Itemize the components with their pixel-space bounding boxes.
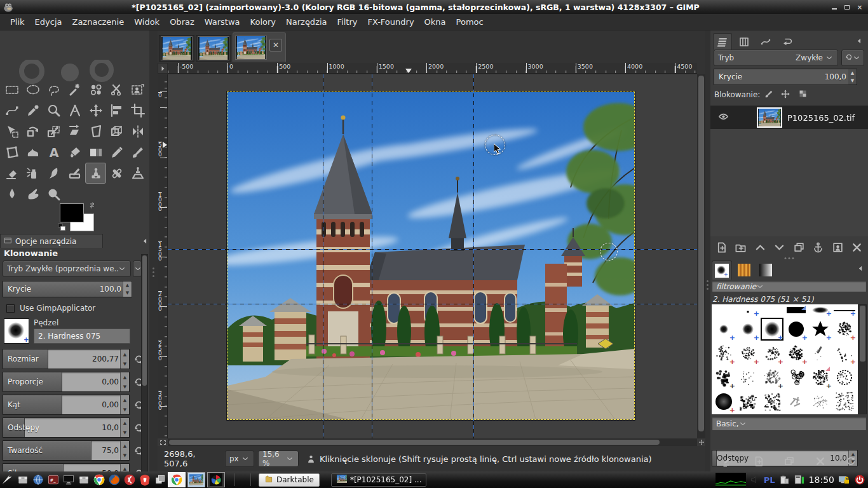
swap-colors-icon[interactable]	[89, 201, 98, 213]
tab-brushes[interactable]: +	[712, 261, 732, 280]
collapse-icon[interactable]	[857, 263, 865, 275]
tool-shear[interactable]	[64, 121, 85, 142]
guide-horizontal[interactable]	[168, 304, 697, 304]
brush-item[interactable]	[736, 365, 760, 390]
maximize-button[interactable]	[844, 4, 850, 10]
spinner-arrows[interactable]: ▲▼	[123, 281, 132, 297]
spinner-arrows[interactable]: ▲▼	[120, 418, 129, 437]
anchor-button[interactable]	[810, 240, 827, 255]
tool-move[interactable]	[85, 100, 106, 121]
tool-scissors-select[interactable]	[106, 79, 127, 100]
edit-brush-button[interactable]	[719, 454, 736, 469]
lock-screen-icon[interactable]	[838, 474, 850, 486]
brush-item[interactable]	[784, 365, 808, 390]
lock-move-icon[interactable]	[780, 89, 790, 102]
tool-rotate[interactable]	[22, 121, 43, 142]
layers-dialog-tab[interactable]	[713, 33, 732, 50]
tool-transform-3d[interactable]	[106, 121, 127, 142]
gimpapplicator-checkbox[interactable]	[6, 304, 15, 313]
brush-item[interactable]	[808, 390, 832, 414]
tool-pencil[interactable]	[106, 142, 127, 163]
tool-paths[interactable]	[1, 100, 22, 121]
history-dialog-tab[interactable]	[778, 35, 797, 49]
tool-mypaint-brush[interactable]	[64, 163, 85, 184]
image-viewport[interactable]	[168, 74, 697, 438]
brush-item[interactable]	[832, 390, 857, 414]
menu-item-edycja[interactable]: Edycja	[30, 15, 67, 29]
menu-item-plik[interactable]: Plik	[5, 15, 30, 29]
launcher-image-viewer[interactable]	[187, 472, 205, 487]
tool-select-by-color[interactable]	[85, 79, 106, 100]
paint-mode-select[interactable]: Tryb Zwykłe (poprzednia we...	[3, 261, 131, 277]
delete-x-button[interactable]	[812, 454, 829, 469]
dock-divider[interactable]	[705, 30, 710, 471]
tool-warp-transform[interactable]	[22, 142, 43, 163]
menu-item-narzędzia[interactable]: Narzędzia	[281, 15, 332, 29]
eye-icon[interactable]	[718, 111, 729, 125]
launcher-darktable[interactable]	[207, 472, 225, 487]
tool-foreground-select[interactable]	[127, 79, 148, 100]
arrow-logo-icon[interactable]	[0, 473, 15, 487]
chrome-icon[interactable]	[92, 473, 107, 487]
ruler-menu-button[interactable]	[158, 63, 168, 74]
menu-item-filtry[interactable]: Filtry	[332, 15, 363, 29]
paths-dialog-tab[interactable]	[756, 35, 775, 49]
menu-item-zaznaczenie[interactable]: Zaznaczenie	[67, 15, 129, 29]
new-group-button[interactable]	[733, 240, 749, 255]
tool-scale[interactable]	[43, 121, 64, 142]
brush-item[interactable]	[760, 390, 784, 414]
brush-item[interactable]: +	[808, 317, 832, 341]
tool-perspective[interactable]	[85, 121, 106, 142]
brush-item[interactable]: +	[832, 304, 857, 317]
horizontal-ruler[interactable]: -500050010001500200025003000350040004500	[168, 63, 697, 74]
menu-item-widok[interactable]: Widok	[129, 15, 165, 29]
titlebar[interactable]: *[P1025165_02] (zaimportowany)-3.0 (Kolo…	[0, 0, 868, 14]
system-monitor-icon[interactable]	[715, 473, 746, 487]
brush-grid[interactable]: ++++++++++++++++++	[712, 304, 858, 414]
tool-options-tab[interactable]: Opcje narzędzia	[0, 234, 103, 248]
tab-patterns[interactable]	[735, 262, 754, 278]
menu-item-pomoc[interactable]: Pomoc	[451, 15, 489, 29]
brush-item[interactable]: +	[832, 341, 857, 365]
brush-item[interactable]: +	[784, 317, 808, 341]
brush-grid-scrollbar[interactable]	[858, 304, 867, 414]
pc-green-icon[interactable]	[794, 474, 805, 485]
tool-heal[interactable]	[106, 163, 127, 184]
brush-preview[interactable]: +	[4, 318, 29, 344]
duplicate-layer-button[interactable]	[781, 454, 797, 469]
unit-select[interactable]: px	[225, 451, 254, 467]
brush-item-selected[interactable]: +	[760, 317, 784, 341]
guide-vertical[interactable]	[323, 74, 323, 438]
vertical-ruler[interactable]: 05 0 01 0 0 01 5 0 02 0 0 02 5 0 03 0 0 …	[158, 74, 168, 438]
foreground-color-swatch[interactable]	[60, 203, 84, 222]
brush-item[interactable]: +	[736, 317, 760, 341]
brush-item[interactable]	[784, 390, 808, 414]
tool-gradient[interactable]	[85, 142, 106, 163]
speaker-icon[interactable]	[750, 475, 760, 485]
tool-crop[interactable]	[127, 100, 148, 121]
brush-item[interactable]: +	[760, 341, 784, 365]
tool-airbrush[interactable]	[22, 163, 43, 184]
brush-item[interactable]	[736, 390, 760, 414]
brush-item[interactable]: +	[760, 365, 784, 390]
delete-x-button[interactable]	[849, 240, 865, 255]
tool-fuzzy-select[interactable]	[64, 79, 85, 100]
image-canvas[interactable]	[227, 92, 634, 419]
refresh-button[interactable]	[843, 454, 859, 469]
new-layer-button[interactable]	[750, 454, 767, 469]
dock-divider[interactable]	[149, 30, 158, 471]
minimize-button[interactable]	[831, 4, 837, 10]
layer-mode-select[interactable]: Tryb Zwykłe	[714, 50, 838, 66]
tool-unified-transform[interactable]	[1, 121, 22, 142]
tool-options-vscrollbar[interactable]	[141, 254, 148, 477]
tool-clone[interactable]	[85, 163, 106, 184]
default-colors-icon[interactable]	[57, 222, 67, 234]
tool-color-picker[interactable]	[22, 100, 43, 121]
tool-cage-transform[interactable]	[1, 142, 22, 163]
slider-proporcje[interactable]: Proporcje0,00▲▼	[3, 372, 130, 392]
menu-item-obraz[interactable]: Obraz	[165, 15, 200, 29]
guide-horizontal[interactable]	[168, 249, 697, 250]
task-button-darktable[interactable]: Darktable	[259, 473, 320, 487]
slider-odstępy[interactable]: Odstępy10,0▲▼	[3, 417, 130, 438]
red-arcs-icon[interactable]	[122, 473, 137, 487]
